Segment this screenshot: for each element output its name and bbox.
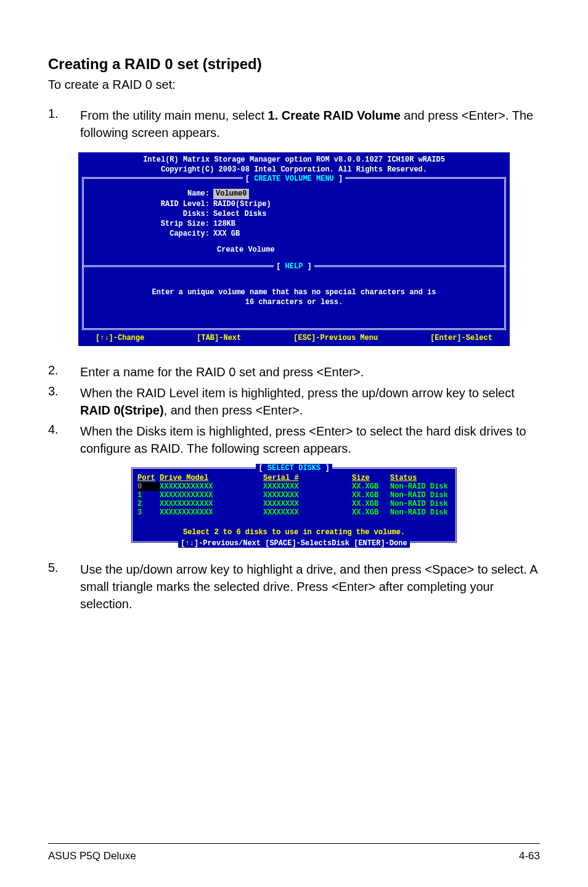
step-body: Use the up/down arrow key to highlight a… — [80, 561, 540, 613]
bios-title-line2: Copyright(C) 2003-08 Intel Corporation. … — [82, 165, 506, 175]
footer-left: ASUS P5Q Deluxe — [48, 850, 136, 862]
cell-port: 1 — [137, 491, 160, 500]
cell-status: Non-RAID Disk — [390, 482, 451, 491]
step-body: When the Disks item is highlighted, pres… — [80, 423, 540, 457]
cell-serial: XXXXXXXX — [263, 508, 352, 517]
help-line2: 16 characters or less. — [90, 297, 498, 307]
disk-row[interactable]: 0 XXXXXXXXXXXX XXXXXXXX XX.XGB Non-RAID … — [137, 482, 451, 491]
footer-right: 4-63 — [519, 850, 540, 862]
step-5: 5. Use the up/down arrow key to highligh… — [48, 561, 540, 613]
cell-status: Non-RAID Disk — [390, 500, 451, 508]
step3-post: , and then press <Enter>. — [164, 403, 303, 417]
help-frame-label: [ HELP ] — [274, 262, 314, 271]
disks-value[interactable]: Select Disks — [213, 209, 266, 219]
cell-model: XXXXXXXXXXXX — [160, 500, 263, 508]
cell-size: XX.XGB — [352, 500, 390, 508]
cell-model: XXXXXXXXXXXX — [160, 482, 263, 491]
disk-row[interactable]: 1 XXXXXXXXXXXX XXXXXXXX XX.XGB Non-RAID … — [137, 491, 451, 500]
disks-label: Disks: — [90, 209, 213, 219]
step-2: 2. Enter a name for the RAID 0 set and p… — [48, 363, 540, 381]
cell-serial: XXXXXXXX — [263, 500, 352, 508]
hdr-serial: Serial # — [263, 474, 352, 482]
cell-status: Non-RAID Disk — [390, 491, 451, 500]
step-number: 4. — [48, 423, 80, 457]
cell-serial: XXXXXXXX — [263, 491, 352, 500]
key-next: [TAB]-Next — [197, 333, 241, 343]
create-volume-action[interactable]: Create Volume — [90, 245, 498, 255]
section-heading: Creating a RAID 0 set (striped) — [48, 56, 540, 73]
step1-bold: 1. Create RAID Volume — [268, 109, 401, 122]
select-disks-msg: Select 2 to 6 disks to use in creating t… — [137, 528, 451, 537]
cell-serial: XXXXXXXX — [263, 482, 352, 491]
help-line1: Enter a unique volume name that has no s… — [90, 287, 498, 297]
step-3: 3. When the RAID Level item is highlight… — [48, 384, 540, 419]
step-number: 2. — [48, 363, 80, 381]
bios-select-disks-panel: [ SELECT DISKS ] Port Drive Model Serial… — [131, 467, 457, 543]
intro-text: To create a RAID 0 set: — [48, 78, 540, 92]
key-previous: [ESC]-Previous Menu — [293, 333, 378, 343]
step-number: 1. — [48, 107, 80, 141]
raid-level-value[interactable]: RAID0(Stripe) — [213, 199, 271, 209]
step-body: From the utility main menu, select 1. Cr… — [80, 107, 540, 141]
strip-size-value[interactable]: 128KB — [213, 219, 235, 229]
select-disks-title: [ SELECT DISKS ] — [256, 464, 332, 472]
step-body: When the RAID Level item is highlighted,… — [80, 384, 540, 419]
cell-port: 0 — [137, 482, 160, 491]
step-1: 1. From the utility main menu, select 1.… — [48, 107, 540, 141]
raid-level-label: RAID Level: — [90, 199, 213, 209]
hdr-status: Status — [390, 474, 451, 482]
create-volume-frame-label: [ CREATE VOLUME MENU ] — [243, 174, 345, 184]
step3-bold: RAID 0(Stripe) — [80, 403, 164, 417]
disks-table-header: Port Drive Model Serial # Size Status — [137, 474, 451, 482]
cell-size: XX.XGB — [352, 491, 390, 500]
cell-model: XXXXXXXXXXXX — [160, 491, 263, 500]
step-number: 3. — [48, 384, 80, 419]
name-label: Name: — [90, 189, 213, 199]
cell-port: 2 — [137, 500, 160, 508]
step3-pre: When the RAID Level item is highlighted,… — [80, 386, 515, 400]
create-volume-frame: [ CREATE VOLUME MENU ] Name: Volume0 RAI… — [82, 177, 506, 266]
name-input[interactable]: Volume0 — [213, 189, 249, 199]
capacity-value[interactable]: XXX GB — [213, 229, 240, 239]
hdr-port: Port — [137, 474, 160, 482]
hdr-size: Size — [352, 474, 390, 482]
bios-title-line1: Intel(R) Matrix Storage Manager option R… — [82, 155, 506, 165]
disk-row[interactable]: 3 XXXXXXXXXXXX XXXXXXXX XX.XGB Non-RAID … — [137, 508, 451, 517]
cell-port: 3 — [137, 508, 160, 517]
bios1-keys-row: [↑↓]-Change [TAB]-Next [ESC]-Previous Me… — [78, 331, 510, 346]
cell-size: XX.XGB — [352, 508, 390, 517]
help-frame: [ HELP ] Enter a unique volume name that… — [82, 265, 506, 330]
step-body: Enter a name for the RAID 0 set and pres… — [80, 363, 364, 381]
step-number: 5. — [48, 561, 80, 613]
select-disks-keys: [↑↓]-Previous/Next [SPACE]-SelectsDisk [… — [178, 539, 409, 548]
step-4: 4. When the Disks item is highlighted, p… — [48, 423, 540, 457]
key-select: [Enter]-Select — [430, 333, 492, 343]
bios-create-volume-panel: Intel(R) Matrix Storage Manager option R… — [78, 152, 510, 346]
step1-pre: From the utility main menu, select — [80, 109, 268, 122]
key-change: [↑↓]-Change — [96, 333, 144, 343]
page-footer: ASUS P5Q Deluxe 4-63 — [48, 844, 540, 862]
disk-row[interactable]: 2 XXXXXXXXXXXX XXXXXXXX XX.XGB Non-RAID … — [137, 500, 451, 508]
cell-size: XX.XGB — [352, 482, 390, 491]
cell-model: XXXXXXXXXXXX — [160, 508, 263, 517]
capacity-label: Capacity: — [90, 229, 213, 239]
strip-size-label: Strip Size: — [90, 219, 213, 229]
hdr-model: Drive Model — [160, 474, 263, 482]
cell-status: Non-RAID Disk — [390, 508, 451, 517]
